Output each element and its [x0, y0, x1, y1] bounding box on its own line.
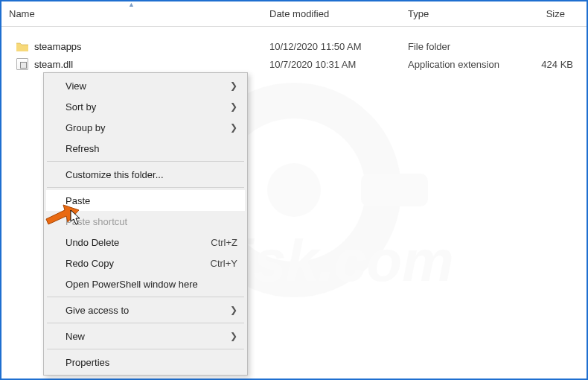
menu-item-group-by[interactable]: Group by ❯ [46, 117, 245, 138]
chevron-right-icon: ❯ [230, 331, 237, 341]
file-date: 10/12/2020 11:50 AM [262, 41, 400, 52]
menu-label: Paste shortcut [65, 216, 127, 227]
context-menu: View ❯ Sort by ❯ Group by ❯ Refresh Cust… [43, 72, 248, 376]
file-name: steam.dll [34, 59, 73, 70]
menu-label: View [65, 80, 86, 92]
menu-label: Customize this folder... [65, 169, 164, 180]
file-size: 424 KB [520, 59, 573, 70]
menu-label: Open PowerShell window here [65, 279, 198, 290]
menu-item-paste-shortcut: Paste shortcut [46, 211, 245, 232]
menu-separator [47, 323, 244, 323]
column-label: Type [408, 8, 429, 19]
menu-label: Group by [65, 122, 105, 133]
menu-shortcut: Ctrl+Y [211, 258, 237, 269]
menu-label: Sort by [65, 101, 96, 113]
menu-item-paste[interactable]: Paste [46, 190, 245, 211]
menu-item-undo-delete[interactable]: Undo Delete Ctrl+Z [46, 232, 245, 253]
folder-icon [16, 42, 28, 51]
file-row-folder[interactable]: steamapps 10/12/2020 11:50 AM File folde… [1, 37, 587, 55]
menu-separator [47, 297, 244, 297]
chevron-right-icon: ❯ [230, 101, 237, 112]
menu-label: Undo Delete [65, 237, 119, 248]
explorer-window: PCrisk.com Name ▲ Date modified Type Siz… [0, 0, 588, 380]
sort-asc-icon: ▲ [128, 1, 135, 8]
column-header-row: Name ▲ Date modified Type Size [1, 1, 587, 27]
column-label: Size [546, 8, 565, 19]
chevron-right-icon: ❯ [230, 122, 237, 133]
menu-label: Refresh [65, 143, 100, 154]
column-header-type[interactable]: Type [400, 1, 520, 26]
column-header-size[interactable]: Size [520, 1, 573, 26]
file-row-dll[interactable]: steam.dll 10/7/2020 10:31 AM Application… [1, 55, 587, 73]
menu-separator [47, 349, 244, 349]
menu-item-redo-copy[interactable]: Redo Copy Ctrl+Y [46, 253, 245, 273]
menu-separator [47, 187, 244, 188]
menu-label: Redo Copy [65, 258, 114, 269]
menu-label: Give access to [65, 305, 129, 316]
menu-item-customize[interactable]: Customize this folder... [46, 164, 245, 185]
menu-label: Properties [65, 357, 109, 368]
menu-item-view[interactable]: View ❯ [46, 75, 245, 96]
menu-separator [47, 161, 244, 162]
menu-item-properties[interactable]: Properties [46, 352, 245, 373]
column-label: Name [9, 8, 35, 19]
svg-rect-2 [361, 174, 428, 206]
file-date: 10/7/2020 10:31 AM [262, 59, 400, 70]
menu-label: New [65, 331, 85, 342]
chevron-right-icon: ❯ [230, 305, 237, 315]
menu-item-refresh[interactable]: Refresh [46, 138, 245, 159]
file-list[interactable]: steamapps 10/12/2020 11:50 AM File folde… [1, 27, 587, 73]
menu-item-sort-by[interactable]: Sort by ❯ [46, 96, 245, 117]
chevron-right-icon: ❯ [230, 80, 237, 91]
menu-item-open-powershell[interactable]: Open PowerShell window here [46, 273, 245, 294]
menu-item-new[interactable]: New ❯ [46, 326, 245, 346]
dll-icon [16, 58, 28, 70]
file-type: File folder [400, 41, 520, 52]
file-name: steamapps [34, 41, 82, 52]
menu-shortcut: Ctrl+Z [211, 237, 237, 248]
column-header-name[interactable]: Name ▲ [1, 1, 262, 26]
column-label: Date modified [269, 8, 329, 19]
svg-point-1 [267, 163, 321, 217]
file-type: Application extension [400, 59, 520, 70]
menu-item-give-access[interactable]: Give access to ❯ [46, 300, 245, 320]
menu-label: Paste [65, 195, 90, 206]
column-header-date[interactable]: Date modified [262, 1, 400, 26]
